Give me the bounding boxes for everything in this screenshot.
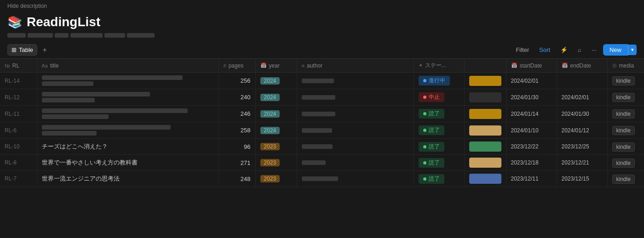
cell-year: 2024 <box>255 73 297 89</box>
cell-title: 世界で一番やさしい考え方の教科書 <box>37 155 218 171</box>
cell-year: 2023 <box>255 155 297 171</box>
lightning-button[interactable]: ⚡ <box>557 45 571 55</box>
cell-startdate: 2023/12/11 <box>506 171 557 187</box>
desc-block <box>28 33 53 38</box>
sort-label: Sort <box>539 46 550 53</box>
cell-enddate: 2024/01/12 <box>557 122 607 139</box>
col-header-title: Aa title <box>37 59 218 73</box>
cell-media: kindle <box>607 155 644 171</box>
cell-pages: 248 <box>218 171 255 187</box>
col-icon-status: ✦ <box>419 62 423 68</box>
sort-button[interactable]: Sort <box>535 45 554 55</box>
table-row[interactable]: RL-7世界一流エンジニアの思考法2482023読了2023/12/112023… <box>0 171 644 187</box>
cell-extra <box>464 139 506 155</box>
cell-enddate: 2024/02/01 <box>557 89 607 106</box>
cell-extra <box>464 89 506 106</box>
cell-startdate: 2024/01/10 <box>506 122 557 139</box>
cell-author <box>297 73 414 89</box>
cell-startdate: 2024/01/14 <box>506 106 557 122</box>
cell-startdate: 2024/02/01 <box>506 73 557 89</box>
desc-block <box>55 33 69 38</box>
cell-status: 読了 <box>414 155 464 171</box>
col-icon-author: ≡ <box>302 63 305 68</box>
page-header: 📚 ReadingList <box>0 11 644 32</box>
table-row[interactable]: RL-10チーズはどこへ消えた？962023読了2023/12/222023/1… <box>0 139 644 155</box>
add-view-button[interactable]: + <box>39 45 50 56</box>
table-row[interactable]: RL-8世界で一番やさしい考え方の教科書2712023読了2023/12/182… <box>0 155 644 171</box>
table-icon: ⊞ <box>12 46 17 53</box>
cell-pages: 256 <box>218 73 255 89</box>
cell-startdate: 2024/01/30 <box>506 89 557 106</box>
toolbar-left: ⊞ Table + <box>7 44 510 56</box>
cell-enddate: 2023/12/21 <box>557 155 607 171</box>
table-wrapper: № RL Aa title # pages <box>0 59 644 187</box>
cell-year: 2023 <box>255 139 297 155</box>
cell-enddate: 2024/01/30 <box>557 106 607 122</box>
cell-media: kindle <box>607 171 644 187</box>
cell-title <box>37 122 218 139</box>
col-icon-pages: # <box>224 63 226 68</box>
cell-pages: 271 <box>218 155 255 171</box>
cell-year: 2024 <box>255 122 297 139</box>
more-button[interactable]: ··· <box>588 45 600 55</box>
cell-author <box>297 171 414 187</box>
col-icon-year: 📅 <box>260 62 267 68</box>
col-icon-startdate: 📅 <box>511 62 518 68</box>
table-header-row: № RL Aa title # pages <box>0 59 644 73</box>
cell-status: 読了 <box>414 122 464 139</box>
cell-extra <box>464 155 506 171</box>
desc-block <box>127 33 155 38</box>
cell-author <box>297 139 414 155</box>
filter-label: Filter <box>516 46 529 53</box>
desc-block <box>70 33 103 38</box>
cell-title: 世界一流エンジニアの思考法 <box>37 171 218 187</box>
cell-title <box>37 73 218 89</box>
cell-id: RL-10 <box>0 139 37 155</box>
cell-startdate: 2023/12/18 <box>506 155 557 171</box>
col-label-status: ステー... <box>425 62 446 69</box>
col-header-enddate: 📅 endDate <box>557 59 607 73</box>
cell-enddate: 2023/12/15 <box>557 171 607 187</box>
col-label-startdate: startDate <box>520 62 542 69</box>
desc-block <box>7 33 26 38</box>
cell-id: RL-14 <box>0 73 37 89</box>
cell-year: 2024 <box>255 89 297 106</box>
cell-author <box>297 106 414 122</box>
table-row[interactable]: RL-142562024進行中2024/02/01kindle <box>0 73 644 89</box>
col-label-title: title <box>50 62 59 69</box>
col-header-media: ◎ media <box>607 59 644 73</box>
cell-id: RL-6 <box>0 122 37 139</box>
cell-media: kindle <box>607 73 644 89</box>
cell-status: 読了 <box>414 171 464 187</box>
tab-table[interactable]: ⊞ Table <box>7 44 37 56</box>
top-bar: Hide description <box>0 0 644 11</box>
table-row[interactable]: RL-112462024読了2024/01/142024/01/30kindle <box>0 106 644 122</box>
cell-pages: 246 <box>218 106 255 122</box>
col-label-rl: RL <box>12 62 19 69</box>
cell-author <box>297 89 414 106</box>
col-header-pages: # pages <box>218 59 255 73</box>
toolbar-right: Filter Sort ⚡ ⌕ ··· New ▾ <box>512 44 637 56</box>
cell-title: チーズはどこへ消えた？ <box>37 139 218 155</box>
table-row[interactable]: RL-122402024中止2024/01/302024/02/01kindle <box>0 89 644 106</box>
cell-title <box>37 106 218 122</box>
table-row[interactable]: RL-62582024読了2024/01/102024/01/12kindle <box>0 122 644 139</box>
page-title: ReadingList <box>27 15 100 29</box>
cell-media: kindle <box>607 122 644 139</box>
filter-button[interactable]: Filter <box>512 45 533 55</box>
cell-enddate <box>557 73 607 89</box>
cell-author <box>297 122 414 139</box>
new-button-group: New ▾ <box>603 44 637 56</box>
search-icon: ⌕ <box>578 46 581 53</box>
new-button[interactable]: New <box>603 44 628 56</box>
hide-description-link[interactable]: Hide description <box>7 3 47 9</box>
col-header-rl: № RL <box>0 59 37 73</box>
cell-id: RL-7 <box>0 171 37 187</box>
cell-pages: 258 <box>218 122 255 139</box>
col-label-pages: pages <box>229 62 244 69</box>
cell-title <box>37 89 218 106</box>
search-button[interactable]: ⌕ <box>574 45 585 55</box>
cell-extra <box>464 171 506 187</box>
new-button-chevron[interactable]: ▾ <box>628 45 637 55</box>
col-label-author: author <box>307 62 322 69</box>
